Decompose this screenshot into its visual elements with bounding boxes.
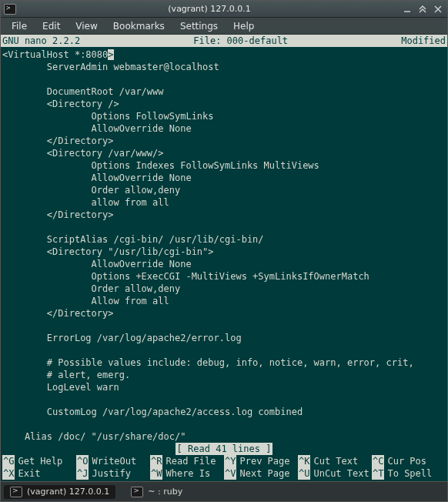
editor-cursor: >: [108, 49, 113, 60]
taskbar-label: ~ : ruby: [148, 487, 182, 497]
nano-help-item: ^UUnCut Text: [298, 467, 372, 480]
close-button[interactable]: [432, 3, 444, 15]
nano-help-item: ^RRead File: [150, 455, 224, 467]
minimize-button[interactable]: [401, 3, 413, 15]
nano-help-label: Cut Text: [313, 455, 358, 467]
nano-help-label: Exit: [18, 467, 40, 480]
nano-help-key: ^C: [372, 455, 384, 467]
menu-view[interactable]: View: [68, 19, 105, 33]
terminal[interactable]: GNU nano 2.2.2 File: 000-default Modifie…: [1, 35, 447, 481]
nano-help-item: ^TTo Spell: [372, 467, 446, 480]
maximize-button[interactable]: [416, 3, 429, 15]
nano-help-item: ^OWriteOut: [76, 455, 150, 467]
taskbar-item-ruby[interactable]: ~ : ruby: [125, 485, 189, 499]
nano-status-row: [ Read 41 lines ]: [1, 443, 447, 455]
nano-version: GNU nano 2.2.2: [2, 35, 80, 47]
nano-help-item: ^YPrev Page: [224, 455, 298, 467]
terminal-icon: [4, 4, 16, 15]
nano-help-key: ^Y: [224, 455, 236, 467]
nano-help-label: Prev Page: [239, 455, 289, 467]
nano-help-label: Next Page: [239, 467, 289, 480]
nano-help-key: ^X: [2, 467, 15, 480]
nano-help-label: Get Help: [18, 455, 62, 467]
window-title: (vagrant) 127.0.0.1: [21, 4, 398, 14]
taskbar-item-vagrant[interactable]: (vagrant) 127.0.0.1: [4, 485, 115, 499]
terminal-icon: [131, 487, 143, 497]
nano-help-key: ^R: [150, 455, 162, 467]
taskbar-label: (vagrant) 127.0.0.1: [27, 487, 109, 497]
nano-modified: Modified: [401, 35, 446, 47]
nano-help-key: ^V: [224, 467, 236, 480]
nano-help-label: UnCut Text: [313, 467, 369, 480]
editor-content[interactable]: <VirtualHost *:8080> ServerAdmin webmast…: [1, 47, 447, 443]
nano-help: ^GGet Help^OWriteOut^RRead File^YPrev Pa…: [1, 455, 447, 481]
nano-help-key: ^O: [76, 455, 89, 467]
menu-edit[interactable]: Edit: [35, 19, 68, 33]
nano-help-key: ^U: [298, 467, 310, 480]
nano-help-item: ^CCur Pos: [372, 455, 446, 467]
nano-help-key: ^K: [298, 455, 310, 467]
nano-help-label: Where Is: [165, 467, 210, 480]
menu-file[interactable]: File: [4, 19, 35, 33]
menubar: File Edit View Bookmarks Settings Help: [1, 18, 447, 35]
nano-header: GNU nano 2.2.2 File: 000-default Modifie…: [1, 35, 447, 47]
nano-help-label: To Spell: [387, 467, 432, 480]
nano-help-key: ^T: [372, 467, 384, 480]
nano-help-key: ^G: [2, 455, 15, 467]
nano-help-item: ^VNext Page: [224, 467, 298, 480]
nano-help-item: ^WWhere Is: [150, 467, 224, 480]
nano-help-item: ^KCut Text: [298, 455, 372, 467]
nano-help-key: ^J: [76, 467, 89, 480]
nano-help-label: Read File: [165, 455, 216, 467]
menu-help[interactable]: Help: [226, 19, 262, 33]
menu-bookmarks[interactable]: Bookmarks: [105, 19, 172, 33]
nano-help-item: ^JJustify: [76, 467, 150, 480]
editor-text-pre: <VirtualHost *:8080: [2, 49, 108, 60]
editor-text-post: ServerAdmin webmaster@localhost Document…: [2, 62, 414, 443]
nano-status: [ Read 41 lines ]: [176, 443, 273, 455]
menu-settings[interactable]: Settings: [172, 19, 226, 33]
nano-help-label: Cur Pos: [387, 455, 426, 467]
taskbar: (vagrant) 127.0.0.1 ~ : ruby: [1, 481, 447, 501]
nano-help-item: ^GGet Help: [2, 455, 76, 467]
nano-help-label: Justify: [92, 467, 131, 480]
nano-help-item: ^XExit: [2, 467, 76, 480]
terminal-icon: [10, 487, 22, 497]
nano-file: File: 000-default: [80, 35, 401, 47]
nano-help-key: ^W: [150, 467, 162, 480]
nano-help-label: WriteOut: [92, 455, 136, 467]
window-titlebar: (vagrant) 127.0.0.1: [1, 1, 447, 18]
